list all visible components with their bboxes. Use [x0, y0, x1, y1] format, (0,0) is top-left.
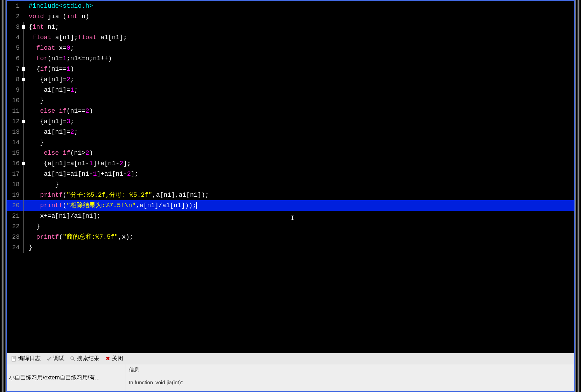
tab-close[interactable]: ✖ 关闭: [102, 353, 126, 364]
fold-gutter[interactable]: [21, 200, 27, 211]
file-column[interactable]: 小自己练习用\extern自己练习用\有...: [7, 364, 126, 391]
code-content[interactable]: {a[n1]=3;: [27, 116, 574, 127]
code-content[interactable]: else if(n1>2): [27, 148, 574, 158]
code-content[interactable]: void jia (int n): [27, 11, 574, 22]
code-line[interactable]: 8 {a[n1]=2;: [7, 74, 574, 85]
tab-debug[interactable]: 调试: [43, 353, 67, 364]
code-line[interactable]: 18 }: [7, 179, 574, 190]
code-content[interactable]: {a[n1]=2;: [27, 74, 574, 85]
fold-marker-icon[interactable]: [22, 162, 25, 165]
document-icon: [11, 356, 17, 362]
fold-gutter[interactable]: [21, 127, 27, 137]
fold-gutter[interactable]: [21, 232, 27, 242]
compiler-error-message[interactable]: In function 'void jia(int)':: [129, 374, 571, 385]
code-line[interactable]: 9 a1[n1]=1;: [7, 85, 574, 95]
line-number: 24: [7, 242, 21, 253]
fold-marker-icon[interactable]: [22, 67, 25, 71]
code-content[interactable]: }: [27, 95, 574, 106]
fold-gutter[interactable]: [21, 22, 27, 32]
line-number: 9: [7, 85, 21, 95]
code-content[interactable]: for(n1=1;n1<=n;n1++): [27, 53, 574, 64]
code-line[interactable]: 20 printf("相除结果为:%7.5f\n",a[n1]/a1[n1]))…: [7, 200, 574, 211]
fold-gutter[interactable]: [21, 137, 27, 148]
close-icon: ✖: [105, 356, 111, 362]
fold-gutter[interactable]: [21, 169, 27, 179]
code-line[interactable]: 14 }: [7, 137, 574, 148]
code-line[interactable]: 6 for(n1=1;n1<=n;n1++): [7, 53, 574, 64]
code-line[interactable]: 15 else if(n1>2): [7, 148, 574, 158]
code-line[interactable]: 7 {if(n1==1): [7, 64, 574, 74]
code-content[interactable]: printf("分子:%5.2f,分母: %5.2f",a[n1],a1[n1]…: [27, 190, 574, 200]
code-line[interactable]: 22 }: [7, 221, 574, 232]
line-number: 14: [7, 137, 21, 148]
fold-gutter[interactable]: [21, 148, 27, 158]
code-line[interactable]: 24}: [7, 242, 574, 253]
line-number: 8: [7, 74, 21, 85]
code-line[interactable]: 5 float x=0;: [7, 43, 574, 53]
line-number: 12: [7, 116, 21, 127]
code-content[interactable]: float x=0;: [27, 43, 574, 53]
code-content[interactable]: {if(n1==1): [27, 64, 574, 74]
code-line[interactable]: 4 float a[n1];float a1[n1];: [7, 32, 574, 43]
code-line[interactable]: 13 a1[n1]=2;: [7, 127, 574, 137]
line-number: 15: [7, 148, 21, 158]
fold-gutter[interactable]: [21, 53, 27, 64]
code-line[interactable]: 10 }: [7, 95, 574, 106]
fold-gutter[interactable]: [21, 116, 27, 127]
line-number: 4: [7, 32, 21, 43]
code-content[interactable]: }: [27, 137, 574, 148]
code-content[interactable]: printf("商的总和:%7.5f",x);: [27, 232, 574, 242]
code-line[interactable]: 1#include<stdio.h>: [7, 1, 574, 11]
fold-gutter[interactable]: [21, 242, 27, 253]
fold-gutter[interactable]: [21, 106, 27, 116]
code-content[interactable]: else if(n1==2): [27, 106, 574, 116]
code-content[interactable]: a1[n1]=2;: [27, 127, 574, 137]
fold-marker-icon[interactable]: [22, 120, 25, 123]
fold-gutter[interactable]: [21, 179, 27, 190]
code-line[interactable]: 11 else if(n1==2): [7, 106, 574, 116]
fold-gutter[interactable]: [21, 64, 27, 74]
code-line[interactable]: 19 printf("分子:%5.2f,分母: %5.2f",a[n1],a1[…: [7, 190, 574, 200]
code-line[interactable]: 3{int n1;: [7, 22, 574, 32]
code-content[interactable]: a1[n1]=1;: [27, 85, 574, 95]
code-content[interactable]: }: [27, 221, 574, 232]
fold-gutter[interactable]: [21, 158, 27, 169]
code-content[interactable]: {int n1;: [27, 22, 574, 32]
line-number: 20: [7, 200, 21, 211]
line-number: 19: [7, 190, 21, 200]
tab-compile-log[interactable]: 编译日志: [8, 353, 43, 364]
file-path-cell[interactable]: 小自己练习用\extern自己练习用\有...: [9, 374, 124, 382]
code-line[interactable]: 17 a1[n1]=a1[n1-1]+a1[n1-2];: [7, 169, 574, 179]
fold-gutter[interactable]: [21, 11, 27, 22]
editor-right-border: [575, 0, 581, 392]
fold-gutter[interactable]: [21, 32, 27, 43]
code-content[interactable]: }: [27, 242, 574, 253]
code-editor[interactable]: 1#include<stdio.h>2void jia (int n)3{int…: [7, 1, 574, 353]
fold-gutter[interactable]: [21, 190, 27, 200]
fold-gutter[interactable]: [21, 221, 27, 232]
tab-label: 搜索结果: [77, 355, 99, 362]
fold-gutter[interactable]: [21, 43, 27, 53]
tab-label: 调试: [53, 355, 64, 362]
code-content[interactable]: }: [27, 179, 574, 190]
code-line[interactable]: 2void jia (int n): [7, 11, 574, 22]
code-content[interactable]: a1[n1]=a1[n1-1]+a1[n1-2];: [27, 169, 574, 179]
code-content[interactable]: float a[n1];float a1[n1];: [27, 32, 574, 43]
editor-container: 1#include<stdio.h>2void jia (int n)3{int…: [6, 0, 575, 392]
fold-gutter[interactable]: [21, 74, 27, 85]
fold-gutter[interactable]: [21, 1, 27, 11]
line-number: 10: [7, 95, 21, 106]
fold-marker-icon[interactable]: [22, 25, 25, 29]
code-line[interactable]: 16 {a[n1]=a[n1-1]+a[n1-2];: [7, 158, 574, 169]
code-content[interactable]: printf("相除结果为:%7.5f\n",a[n1]/a1[n1]));: [27, 200, 574, 211]
fold-gutter[interactable]: [21, 95, 27, 106]
code-line[interactable]: 12 {a[n1]=3;: [7, 116, 574, 127]
tab-search-results[interactable]: 搜索结果: [67, 353, 102, 364]
code-content[interactable]: #include<stdio.h>: [27, 1, 574, 11]
fold-gutter[interactable]: [21, 211, 27, 221]
code-content[interactable]: x+=a[n1]/a1[n1];: [27, 211, 574, 221]
code-line[interactable]: 23 printf("商的总和:%7.5f",x);: [7, 232, 574, 242]
fold-gutter[interactable]: [21, 85, 27, 95]
code-content[interactable]: {a[n1]=a[n1-1]+a[n1-2];: [27, 158, 574, 169]
fold-marker-icon[interactable]: [22, 78, 25, 81]
